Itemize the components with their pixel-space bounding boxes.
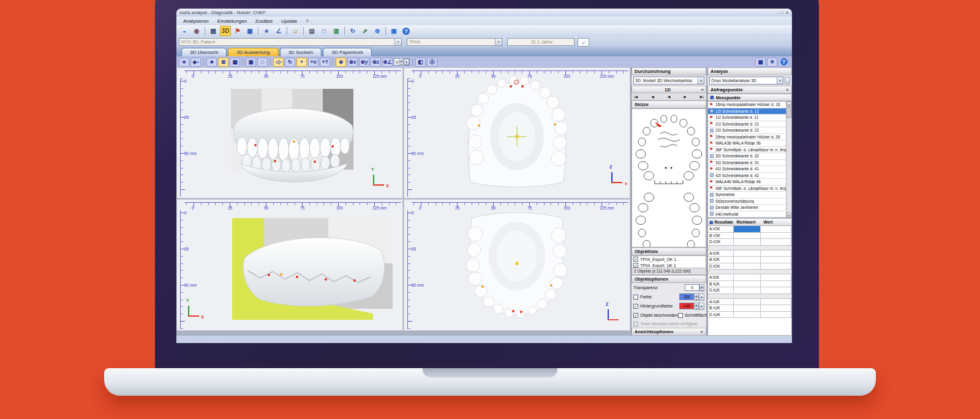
messpunkt-item[interactable]: ⚑41I Schneidekante d. 41	[708, 166, 786, 173]
resultate-row[interactable]: B lOK	[708, 257, 791, 263]
messpunkt-item[interactable]: 32I Schneidekante d. 32	[708, 153, 786, 160]
wert-cell[interactable]	[761, 305, 791, 312]
chevron-down-icon[interactable]: ▾	[777, 77, 783, 84]
hintergrundfarbe-value[interactable]: 144	[679, 303, 694, 309]
viewport-lower-occlusal[interactable]: 0255075100125 mm 02550 mm Z	[404, 199, 630, 331]
chevron-down-icon[interactable]: ▾	[495, 39, 502, 45]
settings-gear-icon[interactable]: ✳	[767, 58, 777, 67]
farbe-checkbox[interactable]	[633, 295, 638, 300]
messpunkt-item[interactable]: ⚑16mp mesiopalatinaler Höcker d. 16	[708, 102, 786, 108]
objektoptionen-header[interactable]: Objektoptionen	[631, 275, 706, 283]
model-3d-icon[interactable]: 3D	[220, 26, 231, 36]
resultate-row[interactable]: D lUK	[708, 287, 791, 294]
resultate-row[interactable]: A rUK	[708, 299, 791, 306]
practice-select[interactable]: KFO-3D, Patient ▾	[179, 38, 402, 46]
hintergrundfarbe-spinner[interactable]: ▴▾	[694, 303, 699, 310]
tab-3d-bersicht[interactable]: 3D Übersicht	[181, 48, 227, 56]
wert-cell[interactable]	[761, 312, 791, 319]
resultate-row[interactable]: D lOK	[708, 263, 791, 270]
resultate-row[interactable]: B rUK	[708, 305, 791, 312]
messpunkt-item[interactable]: Dentale Mitte zentrieren	[708, 205, 786, 211]
messpunkt-item[interactable]: ⚑31I Schneidekante d. 31	[708, 160, 786, 167]
zoom-annotate-icon[interactable]: Ⓐ	[427, 58, 437, 67]
patient-photo-icon[interactable]: ☺	[290, 26, 301, 36]
dental-chart-sketch[interactable]	[631, 108, 706, 247]
measure-angle-icon[interactable]: ⊕∠	[382, 58, 393, 67]
save-icon[interactable]: ▣	[388, 26, 399, 36]
viewport-frontal[interactable]: 0255075100125 mm 02550 mm YX	[176, 67, 403, 198]
ansichtsoptionen-header[interactable]: Ansichtsoptionen »	[631, 328, 706, 336]
resultate-row[interactable]: B lUK	[708, 281, 791, 288]
richtwert-cell[interactable]	[734, 226, 761, 233]
web-icon[interactable]: ⊕	[372, 26, 383, 36]
richtwert-cell[interactable]	[734, 274, 761, 281]
objekt-beschneiden-checkbox[interactable]: ✓	[633, 313, 638, 318]
richtwert-cell[interactable]	[734, 263, 761, 270]
measure-x-icon[interactable]: ⊕x	[347, 58, 358, 67]
wert-cell[interactable]	[761, 226, 791, 233]
tab-3d-sockeln[interactable]: 3D Sockeln	[280, 48, 322, 56]
close-icon[interactable]: ✕	[785, 10, 789, 15]
messpunkt-item[interactable]: ⚑WALA36 WALA Ridge 36	[708, 140, 786, 147]
wert-cell[interactable]	[761, 299, 791, 306]
landmarks-icon[interactable]: ∗	[261, 26, 272, 36]
measure-z-icon[interactable]: ⊕z	[371, 58, 381, 67]
messpunkt-item[interactable]: ⚑36F Schnittpkt. d. Längsfissur m. n. li…	[708, 147, 786, 154]
rotate-object-icon[interactable]: ↻	[285, 58, 295, 67]
view-report-icon[interactable]: □	[257, 58, 268, 67]
point-nav-button[interactable]: ◀	[668, 94, 671, 99]
abfragepunkte-header[interactable]: Abfragepunkte »	[707, 86, 792, 94]
chevron-down-icon[interactable]: ▾	[280, 60, 282, 64]
hintergrundfarbe-dropdown[interactable]: ▾	[699, 303, 704, 310]
nine-view-icon[interactable]: ▦	[230, 58, 240, 67]
analyse-header[interactable]: Analyse	[707, 67, 792, 75]
menu--[interactable]: ?	[301, 18, 312, 25]
wert-cell[interactable]	[761, 263, 791, 270]
textur-checkbox[interactable]	[633, 322, 638, 327]
point-nav-button[interactable]: ▶	[684, 94, 687, 99]
database-icon[interactable]: ▥	[331, 26, 342, 36]
expand-chevron-icon[interactable]: »	[699, 331, 706, 333]
wert-cell[interactable]	[761, 233, 791, 240]
farbe-dropdown[interactable]: ▾	[699, 293, 704, 301]
durchzeichnung-header[interactable]: Durchzeichnung	[631, 67, 706, 75]
help-icon[interactable]: ?	[401, 26, 412, 36]
messpunkt-item[interactable]: ⚑21I Schneidekante d. 21	[708, 121, 786, 128]
resultate-row[interactable]: D rOK	[708, 239, 791, 246]
default-view-icon[interactable]: ∗	[179, 58, 189, 67]
add-point-help-icon[interactable]: +?	[320, 58, 330, 67]
single-view-icon[interactable]: ■	[206, 58, 217, 67]
object-list-item[interactable]: ✓TP04_Export_OK 1	[632, 256, 706, 262]
messpunkte-scrollbar[interactable]: ▲ ▼	[786, 102, 791, 217]
contrast-icon[interactable]: ◧	[415, 58, 426, 67]
scroll-down-icon[interactable]: ▼	[786, 213, 791, 217]
wert-cell[interactable]	[761, 257, 791, 263]
schnittflaeche-checkbox[interactable]	[678, 313, 683, 318]
messpunkt-item[interactable]: 12I Schneidekante d. 12	[708, 108, 786, 115]
farbe-value[interactable]: 169	[679, 293, 694, 300]
objektliste-header[interactable]: Objektliste	[631, 247, 706, 255]
tolerance-field[interactable]: 0▴▾▾	[394, 58, 410, 66]
transparenz-input[interactable]: 0	[685, 284, 699, 291]
durchzeichnung-select[interactable]: 3D: Modell 3D Wechselgebiss ▾	[633, 77, 704, 85]
messpunkt-item[interactable]: ⚑26mp mesiopalatinaler Höcker d. 26	[708, 134, 786, 141]
add-point-obj-icon[interactable]: +o	[308, 58, 318, 67]
point-nav-button[interactable]: ◀	[651, 94, 654, 99]
menu-analysieren[interactable]: Analysieren	[179, 18, 213, 25]
point-nav-header[interactable]: 12I »	[631, 86, 706, 93]
clip-object-icon[interactable]: ◁▾	[273, 58, 284, 67]
scrollbar-thumb[interactable]	[786, 107, 791, 118]
messpunkt-item[interactable]: ⚑46F Schnittpkt. d. Längsfissur m. n. li…	[708, 186, 786, 192]
image-export-icon[interactable]: □	[318, 26, 330, 36]
farbe-spinner[interactable]: ▴▾	[694, 293, 699, 301]
quad-view-icon[interactable]: ⊞	[218, 58, 228, 67]
tab-3d-papierkorb[interactable]: 3D Papierkorb	[323, 48, 371, 56]
wert-cell[interactable]	[761, 274, 791, 281]
image-2d-icon[interactable]: ▧	[208, 26, 219, 36]
object-checkbox[interactable]: ✓	[633, 263, 638, 268]
richtwert-cell[interactable]	[734, 251, 761, 257]
scroll-up-icon[interactable]: ▲	[786, 102, 791, 107]
messpunkt-item[interactable]: ⚑11I Schneidekante d. 11	[708, 115, 786, 121]
add-point-icon[interactable]: +	[296, 58, 307, 67]
maximize-icon[interactable]: □	[781, 10, 783, 15]
